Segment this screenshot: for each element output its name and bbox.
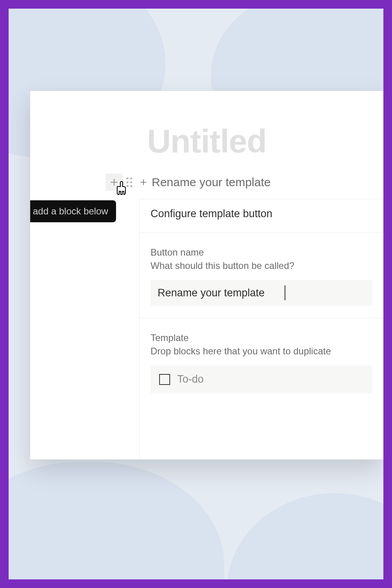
editor-page: Untitled Rename your template Click to a…: [30, 91, 383, 459]
template-button-label: Rename your template: [152, 176, 271, 189]
template-button-block: Rename your template Click to add a bloc…: [30, 174, 383, 191]
todo-label: To-do: [177, 373, 204, 385]
pointer-cursor-icon: [114, 180, 128, 197]
add-block-tooltip: Click to add a block below: [30, 200, 116, 222]
template-label: Template: [151, 332, 372, 343]
template-description: Drop blocks here that you want to duplic…: [151, 346, 372, 357]
button-name-input[interactable]: [151, 280, 372, 306]
button-name-section: Button name What should this button be c…: [140, 233, 383, 318]
template-drop-zone[interactable]: To-do: [151, 365, 372, 393]
panel-heading: Configure template button: [140, 199, 383, 233]
tooltip-text: to add a block below: [30, 206, 108, 216]
template-section: Template Drop blocks here that you want …: [140, 318, 383, 405]
page-title[interactable]: Untitled: [30, 122, 383, 160]
template-button[interactable]: Rename your template: [139, 176, 271, 189]
svg-point-7: [130, 185, 132, 187]
plus-icon: [139, 178, 148, 187]
text-caret: [285, 285, 285, 300]
button-name-description: What should this button be called?: [151, 260, 372, 271]
svg-point-3: [130, 178, 132, 180]
svg-point-5: [130, 181, 132, 183]
checkbox-icon[interactable]: [159, 374, 170, 385]
button-name-label: Button name: [151, 247, 372, 258]
configure-panel: Configure template button Button name Wh…: [139, 199, 383, 459]
